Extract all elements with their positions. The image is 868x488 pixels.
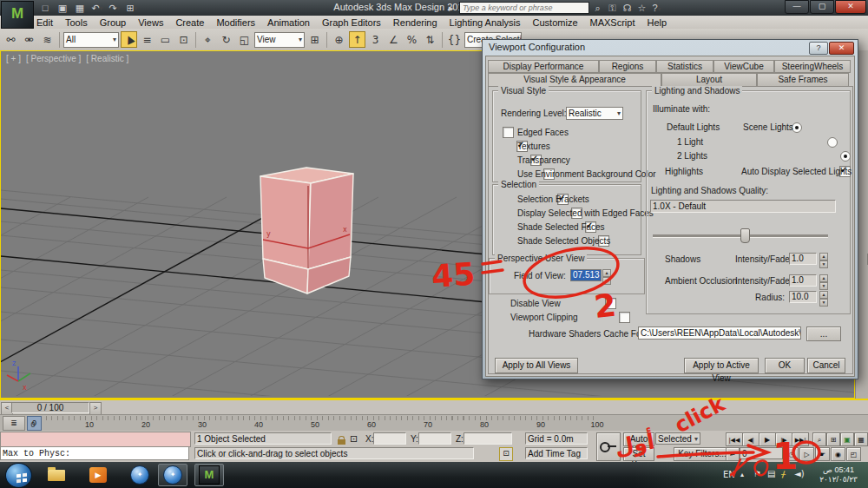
menu-rendering[interactable]: Rendering (393, 17, 437, 28)
viewport-menu-pov[interactable]: [ Perspective ] (26, 54, 81, 63)
select-and-link-icon[interactable]: ⚯ (3, 31, 19, 48)
go-to-end-button[interactable]: ▶▶| (792, 432, 809, 446)
maxscript-mini-listener-white[interactable]: Max to Physc: (0, 446, 189, 460)
box-object[interactable] (260, 168, 353, 293)
taskbar-3dsmax[interactable]: M (194, 464, 224, 486)
start-button[interactable] (5, 463, 32, 488)
orbit-icon[interactable]: ◉ (831, 447, 845, 461)
ao-radius-spinner[interactable]: ▲▼ (819, 291, 828, 307)
zoom-all-icon[interactable]: ⊞ (826, 432, 840, 446)
key-mode-dropdown[interactable]: Selected▾ (655, 432, 700, 445)
taskbar-media-player[interactable]: ▶ (83, 464, 113, 486)
cache-folder-browse-button[interactable]: ... (806, 326, 841, 341)
select-and-rotate-icon[interactable]: ↻ (218, 31, 234, 48)
absolute-mode-icon[interactable]: ⊡ (350, 433, 358, 445)
viewport-clipping-checkbox[interactable] (619, 312, 630, 323)
y-coord-input[interactable] (418, 432, 451, 445)
apply-to-active-view-button[interactable]: Apply to Active View (684, 358, 759, 373)
menu-graph-editors[interactable]: Graph Editors (322, 17, 381, 28)
new-file-icon[interactable]: □ (38, 2, 52, 14)
tab-display-performance[interactable]: Display Performance (488, 60, 599, 73)
quality-slider-handle[interactable] (740, 228, 750, 243)
reference-coordinate-dropdown[interactable]: View▾ (254, 32, 305, 48)
zoom-extents-icon[interactable]: ▣ (840, 432, 854, 446)
tab-viewcube[interactable]: ViewCube (713, 60, 774, 73)
tab-safe-frames[interactable]: Safe Frames (757, 73, 849, 87)
menu-animation[interactable]: Animation (267, 17, 310, 28)
speaker-icon[interactable]: ◄) (794, 469, 805, 478)
maxscript-mini-listener-pink[interactable] (0, 432, 191, 447)
isolate-selection-icon[interactable]: ⊡ (499, 447, 513, 461)
use-pivot-point-center-icon[interactable]: ⊞ (306, 31, 323, 48)
field-of-view-input[interactable]: 07.513 (570, 269, 602, 281)
selection-lock-icon[interactable] (338, 439, 345, 445)
select-and-move-icon[interactable]: ⌖ (200, 31, 216, 48)
rectangular-selection-region-icon[interactable]: ▭ (157, 31, 174, 48)
select-and-scale-icon[interactable]: ◱ (236, 31, 253, 48)
maximize-viewport-toggle-icon[interactable]: ◰ (846, 447, 861, 461)
apply-to-all-views-button[interactable]: Apply to All Views (495, 358, 578, 373)
taskbar-explorer[interactable] (42, 464, 71, 486)
keyboard-shortcut-override-button[interactable]: ↑ (349, 31, 365, 48)
zoom-viewport-icon[interactable]: ⌕ (812, 432, 826, 446)
menu-create[interactable]: Create (175, 17, 204, 28)
key-mode-toggle-button[interactable]: ⇤ (726, 447, 740, 461)
add-time-tag[interactable]: Add Time Tag (525, 447, 588, 459)
current-frame-input[interactable]: 0 (740, 447, 783, 459)
cache-folder-path-input[interactable]: C:\Users\REEN\AppData\Local\Autodesk\3ds… (638, 326, 801, 340)
network-signal-icon[interactable]: ᚋ (781, 469, 786, 478)
clock[interactable]: 05:41 ص ٢٠١٢/٠٥/٢٣ (812, 465, 865, 485)
menu-maxscript[interactable]: MAXScript (590, 17, 635, 28)
tab-statistics[interactable]: Statistics (656, 60, 713, 73)
ao-radius-input[interactable]: 10.0 (789, 291, 817, 303)
application-menu-button[interactable]: M (1, 1, 34, 29)
select-and-manipulate-icon[interactable]: ⊕ (331, 31, 347, 48)
edged-faces-checkbox[interactable] (503, 127, 514, 138)
help-icon[interactable]: ?▾ (650, 3, 663, 13)
viewport-menu-shading[interactable]: [ Realistic ] (86, 54, 128, 63)
unlink-selection-icon[interactable]: ⚮ (21, 31, 37, 48)
subscription-key-icon[interactable]: ⚿ (606, 3, 619, 14)
next-frame-playback-button[interactable]: |▶ (775, 432, 792, 446)
menu-modifiers[interactable]: Modifiers (216, 17, 255, 28)
taskbar-browser-active[interactable]: ✦ (158, 464, 187, 486)
time-ruler[interactable]: ≣ 0 0 10 20 30 40 50 60 70 80 90 100 (0, 414, 868, 432)
cancel-button[interactable]: Cancel (807, 358, 845, 373)
maximize-button[interactable]: ▢ (810, 0, 834, 14)
go-to-start-button[interactable]: |◀◀ (726, 432, 743, 446)
menu-lighting-analysis[interactable]: Lighting Analysis (450, 17, 521, 28)
save-file-icon[interactable]: ▦ (73, 2, 87, 14)
infocenter-search-input[interactable] (459, 2, 589, 14)
action-center-flag-icon[interactable]: ⚑ (753, 469, 761, 478)
z-coord-input[interactable] (464, 432, 512, 445)
pan-view-icon[interactable]: ☛ (815, 447, 830, 461)
tab-steeringwheels[interactable]: SteeringWheels (774, 60, 851, 73)
tab-layout[interactable]: Layout (661, 73, 757, 87)
bind-to-space-warp-icon[interactable]: ≋ (39, 31, 56, 48)
favorites-star-icon[interactable]: ☆ (635, 3, 648, 14)
tab-regions[interactable]: Regions (599, 60, 656, 73)
ao-intensity-spinner[interactable]: ▲▼ (819, 274, 828, 290)
zoom-extents-all-icon[interactable]: ▦ (854, 432, 868, 446)
tab-visual-style-appearance[interactable]: Visual Style & Appearance (488, 73, 661, 87)
rendering-level-dropdown[interactable]: Realistic▾ (566, 107, 623, 120)
selection-filter-dropdown[interactable]: All▾ (63, 32, 119, 48)
play-button[interactable]: ▶ (759, 432, 776, 446)
menu-group[interactable]: Group (100, 17, 127, 28)
menu-customize[interactable]: Customize (533, 17, 578, 28)
window-tray-icon[interactable]: ▤ (767, 469, 775, 478)
close-button[interactable]: ✕ (835, 0, 866, 14)
set-keys-button[interactable] (596, 432, 621, 461)
redo-icon[interactable]: ↷▾ (108, 2, 122, 14)
taskbar-browser[interactable]: ✦ (125, 464, 155, 486)
menu-edit[interactable]: Edit (36, 17, 53, 28)
ok-button[interactable]: OK (765, 358, 805, 373)
snaps-toggle-icon[interactable]: 3 (367, 31, 384, 48)
minimize-button[interactable]: — (785, 0, 809, 14)
viewport-menu-general[interactable]: [ + ] (6, 54, 21, 63)
show-hidden-icons[interactable]: ▴ (740, 471, 744, 478)
window-crossing-toggle-icon[interactable]: ⊡ (175, 31, 192, 48)
undo-icon[interactable]: ↶▾ (90, 2, 104, 14)
menu-views[interactable]: Views (138, 17, 163, 28)
select-by-name-icon[interactable]: ≡ (139, 31, 155, 48)
